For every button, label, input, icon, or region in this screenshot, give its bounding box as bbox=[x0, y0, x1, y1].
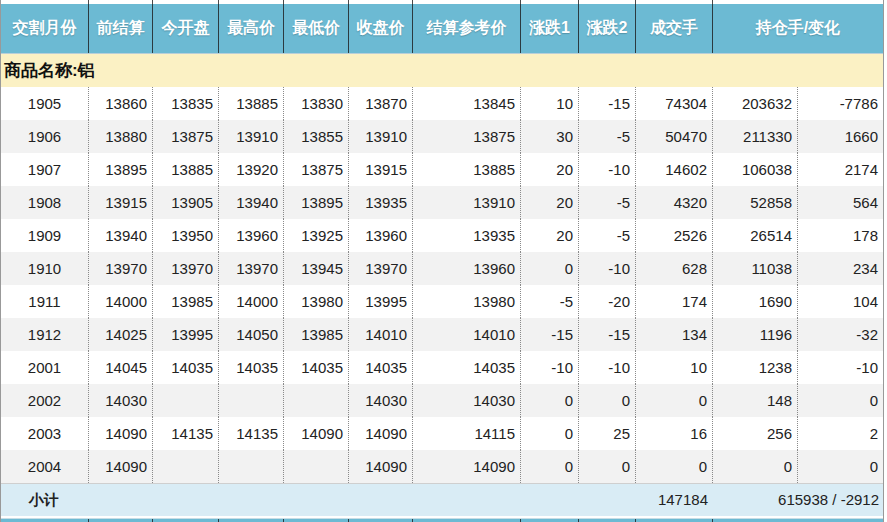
cell-change1: 30 bbox=[521, 120, 579, 153]
cell-volume: 50470 bbox=[636, 120, 713, 153]
subtotal-open-interest-change: 615938 / -2912 bbox=[713, 484, 883, 517]
cell-settlement-ref: 13980 bbox=[413, 285, 521, 318]
cell-prev-settlement: 13970 bbox=[89, 252, 153, 285]
cell-change1: 0 bbox=[521, 384, 579, 417]
cell-open-interest: 26514 bbox=[713, 219, 798, 252]
table-row: 2004 14090 14090 14090 0 0 0 0 0 bbox=[1, 450, 883, 483]
table-row: 1906 13880 13875 13910 13855 13910 13875… bbox=[1, 120, 883, 153]
cell-change2: -5 bbox=[579, 219, 636, 252]
header-low: 最低价 bbox=[284, 4, 349, 53]
cell-prev-settlement: 14025 bbox=[89, 318, 153, 351]
header-delivery-month: 交割月份 bbox=[1, 4, 89, 53]
cell-oi-change: 234 bbox=[798, 252, 883, 285]
futures-quotes-table: 交割月份 前结算 今开盘 最高价 最低价 收盘价 结算参考价 涨跌1 涨跌2 成… bbox=[0, 0, 884, 522]
cell-prev-settlement: 14090 bbox=[89, 417, 153, 450]
cell-settlement-ref: 13935 bbox=[413, 219, 521, 252]
cell-open: 14135 bbox=[153, 417, 219, 450]
cell-prev-settlement: 14045 bbox=[89, 351, 153, 384]
cell-settlement-ref: 13885 bbox=[413, 153, 521, 186]
subtotal-spacer bbox=[89, 484, 636, 517]
cell-close: 14035 bbox=[349, 351, 413, 384]
cell-open: 14035 bbox=[153, 351, 219, 384]
cell-volume: 134 bbox=[636, 318, 713, 351]
cell-change2: -10 bbox=[579, 351, 636, 384]
subtotal-volume: 147184 bbox=[636, 484, 713, 517]
cell-close: 14090 bbox=[349, 417, 413, 450]
cell-high: 13960 bbox=[219, 219, 284, 252]
cell-prev-settlement: 13880 bbox=[89, 120, 153, 153]
cell-oi-change: 1660 bbox=[798, 120, 883, 153]
cell-delivery-month: 1906 bbox=[1, 120, 89, 153]
cell-volume: 0 bbox=[636, 384, 713, 417]
cell-high: 13885 bbox=[219, 87, 284, 120]
data-rows: 1905 13860 13835 13885 13830 13870 13845… bbox=[1, 87, 883, 483]
header-open: 今开盘 bbox=[153, 4, 219, 53]
table-row: 1907 13895 13885 13920 13875 13915 13885… bbox=[1, 153, 883, 186]
cell-open bbox=[153, 450, 219, 483]
cell-open-interest: 1238 bbox=[713, 351, 798, 384]
cell-open: 13905 bbox=[153, 186, 219, 219]
cell-open-interest: 211330 bbox=[713, 120, 798, 153]
cell-open: 13985 bbox=[153, 285, 219, 318]
cell-delivery-month: 1911 bbox=[1, 285, 89, 318]
cell-oi-change: 0 bbox=[798, 450, 883, 483]
cell-open: 13835 bbox=[153, 87, 219, 120]
header-change2: 涨跌2 bbox=[579, 4, 636, 53]
cell-change1: 20 bbox=[521, 186, 579, 219]
cell-volume: 4320 bbox=[636, 186, 713, 219]
header-change1: 涨跌1 bbox=[521, 4, 579, 53]
cell-close: 13970 bbox=[349, 252, 413, 285]
cell-open: 13995 bbox=[153, 318, 219, 351]
cell-low: 13980 bbox=[284, 285, 349, 318]
cell-settlement-ref: 13910 bbox=[413, 186, 521, 219]
cell-open-interest: 1690 bbox=[713, 285, 798, 318]
table-row: 1910 13970 13970 13970 13945 13970 13960… bbox=[1, 252, 883, 285]
cell-close: 14010 bbox=[349, 318, 413, 351]
table-row: 1909 13940 13950 13960 13925 13960 13935… bbox=[1, 219, 883, 252]
cell-oi-change: -32 bbox=[798, 318, 883, 351]
cell-low: 14035 bbox=[284, 351, 349, 384]
cell-delivery-month: 2002 bbox=[1, 384, 89, 417]
cell-open-interest: 0 bbox=[713, 450, 798, 483]
cell-volume: 0 bbox=[636, 450, 713, 483]
cell-delivery-month: 1905 bbox=[1, 87, 89, 120]
cell-high: 14035 bbox=[219, 351, 284, 384]
cell-open: 13950 bbox=[153, 219, 219, 252]
cell-oi-change: 178 bbox=[798, 219, 883, 252]
cell-volume: 74304 bbox=[636, 87, 713, 120]
cell-close: 13870 bbox=[349, 87, 413, 120]
cell-open: 13885 bbox=[153, 153, 219, 186]
subtotal-label: 小计 bbox=[1, 484, 89, 517]
cell-change2: 0 bbox=[579, 384, 636, 417]
cell-prev-settlement: 14090 bbox=[89, 450, 153, 483]
cell-change2: -10 bbox=[579, 153, 636, 186]
table-row: 1911 14000 13985 14000 13980 13995 13980… bbox=[1, 285, 883, 318]
cell-delivery-month: 1907 bbox=[1, 153, 89, 186]
cell-high bbox=[219, 384, 284, 417]
header-prev-settlement: 前结算 bbox=[89, 4, 153, 53]
cell-high: 13910 bbox=[219, 120, 284, 153]
header-close: 收盘价 bbox=[349, 4, 413, 53]
cell-settlement-ref: 14035 bbox=[413, 351, 521, 384]
cell-volume: 2526 bbox=[636, 219, 713, 252]
cell-change1: 0 bbox=[521, 252, 579, 285]
table-row: 1912 14025 13995 14050 13985 14010 14010… bbox=[1, 318, 883, 351]
header-settlement-ref: 结算参考价 bbox=[413, 4, 521, 53]
cell-delivery-month: 2001 bbox=[1, 351, 89, 384]
cell-prev-settlement: 14000 bbox=[89, 285, 153, 318]
table-row: 2001 14045 14035 14035 14035 14035 14035… bbox=[1, 351, 883, 384]
cell-low: 13925 bbox=[284, 219, 349, 252]
cell-low: 14090 bbox=[284, 417, 349, 450]
cell-close: 13935 bbox=[349, 186, 413, 219]
product-name-label: 商品名称:铝 bbox=[4, 59, 95, 82]
cell-close: 13995 bbox=[349, 285, 413, 318]
cell-low bbox=[284, 450, 349, 483]
futures-quotes-page: 交割月份 前结算 今开盘 最高价 最低价 收盘价 结算参考价 涨跌1 涨跌2 成… bbox=[0, 0, 887, 522]
cell-oi-change: 564 bbox=[798, 186, 883, 219]
cell-oi-change: 2 bbox=[798, 417, 883, 450]
cell-close: 13910 bbox=[349, 120, 413, 153]
table-row: 2003 14090 14135 14135 14090 14090 14115… bbox=[1, 417, 883, 450]
cell-close: 14030 bbox=[349, 384, 413, 417]
cell-close: 13960 bbox=[349, 219, 413, 252]
cell-prev-settlement: 14030 bbox=[89, 384, 153, 417]
